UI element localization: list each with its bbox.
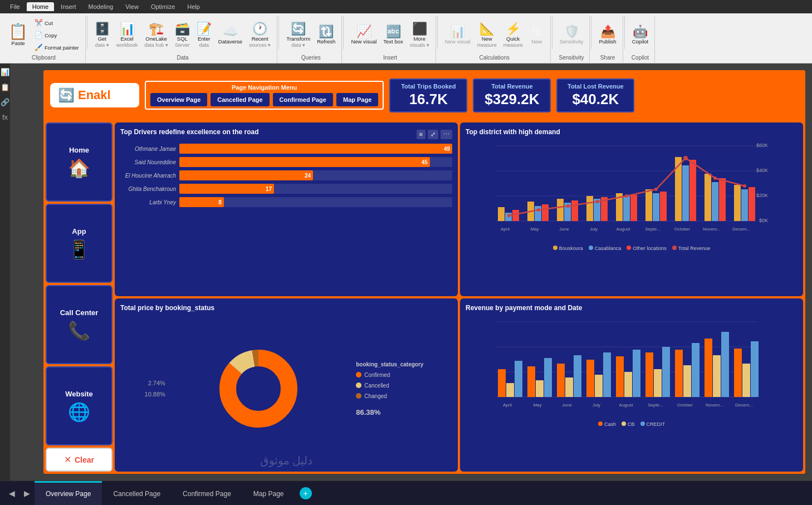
tab-cancelled[interactable]: Cancelled Page — [102, 481, 172, 505]
svg-rect-69 — [574, 355, 581, 397]
svg-rect-82 — [705, 339, 712, 397]
ribbon-group-queries: 🔄 Transform data ▾ 🔃 Refresh Queries — [280, 16, 342, 63]
paste-icon: 📋 — [8, 24, 28, 40]
nav-callcenter-icon: 📞 — [68, 320, 90, 341]
svg-point-39 — [625, 194, 628, 198]
charts-top-row: Top Drivers redefine excellence on the r… — [115, 122, 803, 296]
more-visuals-button[interactable]: ⬛ More visuals ▾ — [407, 21, 432, 50]
sql-button[interactable]: 🗃️ SQL Server — [172, 21, 193, 50]
table-view-icon[interactable]: 📋 — [1, 83, 9, 91]
cut-button[interactable]: ✂️ Cut — [32, 17, 82, 28]
tab-nav-prev[interactable]: ◀ — [4, 487, 19, 500]
text-box-button[interactable]: 🔤 Text box — [380, 24, 405, 46]
sep3 — [343, 16, 344, 49]
report-view-icon[interactable]: 📊 — [1, 68, 9, 76]
svg-text:May: May — [530, 227, 539, 232]
tab-file[interactable]: File — [4, 2, 26, 11]
svg-text:April: April — [503, 403, 512, 408]
nav-card-home[interactable]: Home 🏠 — [46, 122, 112, 202]
driver-name-2: Said Noureddine — [120, 159, 176, 165]
nav-overview-button[interactable]: Overview Page — [150, 93, 207, 106]
svg-text:October: October — [674, 227, 691, 232]
onelake-button[interactable]: 🏗️ OneLake data hub ▾ — [141, 21, 171, 50]
more-visuals-icon: ⬛ — [412, 23, 427, 35]
publish-button[interactable]: 📤 Publish — [596, 24, 619, 46]
svg-text:Decem...: Decem... — [732, 227, 750, 232]
clipboard-items: 📋 Paste ✂️ Cut 📄 Copy 🖌️ Format painter — [6, 17, 82, 53]
nav-app-label: App — [72, 227, 86, 236]
ribbon-body: 📋 Paste ✂️ Cut 📄 Copy 🖌️ Format painter — [0, 13, 812, 63]
tab-optimize[interactable]: Optimize — [145, 2, 180, 11]
copilot-button[interactable]: 🤖 Copilot — [629, 24, 652, 46]
model-view-icon[interactable]: 🔗 — [1, 98, 9, 106]
new-measure-button[interactable]: 📐 New measure — [475, 21, 500, 50]
nav-card-app[interactable]: App 📱 — [46, 204, 112, 283]
bar-fill-2: 45 — [179, 157, 430, 167]
svg-text:$0K: $0K — [759, 218, 768, 223]
new-calc-icon: fx — [532, 26, 541, 38]
get-data-button[interactable]: 🗄️ Get data ▾ — [92, 21, 112, 50]
nav-map-button[interactable]: Map Page — [336, 93, 378, 106]
quick-measure-button[interactable]: ⚡ Quick measure — [501, 21, 526, 50]
quick-measure-label: Quick — [506, 36, 520, 42]
tab-help[interactable]: Help — [182, 2, 206, 11]
copy-button[interactable]: 📄 Copy — [32, 30, 82, 41]
driver-name-1: Othmane Jamae — [120, 146, 176, 152]
logo-text: Enakl — [78, 88, 111, 102]
svg-rect-78 — [662, 347, 670, 397]
refresh-button[interactable]: 🔃 Refresh — [314, 24, 338, 46]
tab-map[interactable]: Map Page — [242, 481, 295, 505]
bar-row-5: Larbi Yney 8 — [120, 197, 452, 207]
tab-overview[interactable]: Overview Page — [35, 481, 102, 505]
svg-rect-16 — [571, 200, 578, 221]
kpi-revenue: Total Revenue $329.2K — [473, 79, 551, 112]
nav-callcenter-label: Call Center — [60, 308, 99, 317]
chart-filter-icon[interactable]: ≡ — [417, 130, 425, 139]
tab-modeling[interactable]: Modeling — [83, 2, 119, 11]
legend-cancelled-label: Cancelled — [364, 383, 389, 389]
tab-home[interactable]: Home — [27, 2, 54, 11]
svg-point-56 — [237, 367, 280, 410]
payment-mode-title: Revenue by payment mode and Date — [466, 304, 798, 312]
nav-confirmed-button[interactable]: Confirmed Page — [273, 93, 333, 106]
svg-rect-84 — [721, 332, 729, 397]
tab-nav-next[interactable]: ▶ — [19, 487, 35, 500]
svg-rect-13 — [542, 204, 549, 221]
new-visual-button[interactable]: 📈 New visual — [348, 24, 379, 46]
clear-icon: ✕ — [64, 454, 71, 465]
donut-svg — [214, 344, 303, 433]
driver-name-3: El Houcine Aharrach — [120, 173, 176, 179]
svg-rect-83 — [713, 355, 721, 397]
svg-rect-74 — [624, 372, 632, 397]
tab-confirmed[interactable]: Confirmed Page — [172, 481, 242, 505]
chart-more-icon[interactable]: ⋯ — [441, 130, 452, 139]
copilot-label: Copilot — [632, 38, 649, 45]
dax-icon[interactable]: fx — [2, 113, 8, 121]
bar-value-5: 8 — [218, 199, 222, 205]
svg-rect-79 — [675, 350, 683, 397]
recent-sources-button[interactable]: 🕐 Recent sources ▾ — [246, 21, 273, 50]
tab-insert[interactable]: Insert — [55, 2, 82, 11]
sensitivity-items: 🛡️ Sensitivity — [557, 17, 586, 53]
svg-rect-32 — [734, 185, 741, 221]
dashboard-content: Home 🏠 App 📱 Call Center 📞 Website 🌐 ✕ — [43, 120, 805, 474]
clear-button[interactable]: ✕ Clear — [46, 448, 112, 472]
add-tab-button[interactable]: + — [300, 487, 312, 499]
tab-view[interactable]: View — [120, 2, 144, 11]
bottom-tabs: ◀ ▶ Overview Page Cancelled Page Confirm… — [0, 481, 812, 505]
logo-area: 🔄 Enakl — [50, 83, 139, 107]
bar-fill-4: 17 — [179, 184, 274, 194]
nav-card-website[interactable]: Website 🌐 — [46, 366, 112, 445]
ribbon-group-copilot: 🤖 Copilot Copilot — [626, 16, 656, 63]
nav-cancelled-button[interactable]: Cancelled Page — [211, 93, 269, 106]
nav-card-callcenter[interactable]: Call Center 📞 — [46, 285, 112, 364]
chart-focus-icon[interactable]: ⤢ — [428, 130, 438, 139]
legend-category-title: booking_status_category — [356, 361, 423, 367]
publish-icon: 📤 — [600, 26, 615, 38]
transform-button[interactable]: 🔄 Transform data ▾ — [283, 21, 313, 50]
dataverse-button[interactable]: ☁️ Dataverse — [216, 24, 245, 46]
enter-data-button[interactable]: 📝 Enter data — [194, 21, 214, 50]
paste-button[interactable]: 📋 Paste — [6, 22, 31, 48]
format-painter-button[interactable]: 🖌️ Format painter — [32, 42, 82, 53]
excel-button[interactable]: 📊 Excel workbook — [114, 21, 141, 50]
